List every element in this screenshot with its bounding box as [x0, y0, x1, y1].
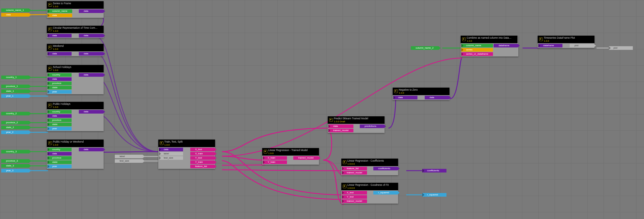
node-header[interactable]: Circular Representation of Time Compo… 1… [47, 26, 104, 33]
port-out[interactable]: state_1 [1, 89, 29, 93]
port-in-column-name[interactable]: column_name [47, 9, 72, 13]
port-out[interactable]: country_1 [1, 76, 29, 79]
port-in-state[interactable]: state [47, 86, 72, 89]
src-country-1[interactable]: country_1 [1, 76, 29, 79]
port-out-data[interactable]: data [425, 96, 449, 99]
node-school-holidays[interactable]: School Holidays 1.0.0 country data provi… [47, 65, 104, 94]
port-in[interactable]: plot [609, 46, 633, 50]
port-out-data[interactable]: data [79, 110, 103, 114]
port-out[interactable]: state_3 [1, 164, 29, 168]
port-in-trained-model[interactable]: trained_model [342, 171, 367, 175]
src-column-name-2[interactable]: column_name_2 [411, 46, 439, 50]
src-data[interactable]: data [1, 13, 29, 17]
src-country-3[interactable]: country_3 [1, 150, 29, 153]
node-combine[interactable]: Combine as named column into DataFra… 1.… [461, 36, 518, 56]
port-out-data[interactable]: data [79, 73, 103, 77]
node-header[interactable]: Public Holidays 1.0.0 [47, 102, 104, 109]
node-weekend[interactable]: Weekend 1.0.0 data data [47, 44, 104, 56]
port-in-y-train[interactable]: Y_train [263, 160, 287, 164]
node-ts-plot[interactable]: Timeseries DataFrame Plot 1.0.0 datafram… [538, 36, 594, 48]
port-in-label[interactable]: label [159, 152, 183, 156]
port-in-country[interactable]: country [47, 110, 72, 114]
src-year-1[interactable]: year_1 [1, 94, 29, 98]
node-series-to-frame[interactable]: Series to Frame 1.0.0 column_name data d… [47, 1, 104, 18]
node-header[interactable]: Train, Test, Split 1.0.0 [158, 140, 215, 147]
node-predict[interactable]: Predict Sklearn Trained Model 1.0.0 Draf… [328, 116, 385, 133]
port-out-data[interactable]: data [79, 52, 103, 56]
node-header[interactable]: Linear Regression - Goodness of Fit 1.0.… [341, 183, 398, 190]
node-header[interactable]: Linear Regression - Coefficients 1.0.0.0 [341, 159, 398, 166]
port-in-country[interactable]: country [47, 148, 72, 151]
node-public-holidays[interactable]: Public Holidays 1.0.0 country data provi… [47, 102, 104, 131]
port-in[interactable]: coefficients [422, 169, 446, 172]
port-out[interactable]: test_size [115, 159, 143, 163]
port-in-data[interactable]: data [47, 34, 72, 37]
sink-plot[interactable]: plot [609, 46, 633, 50]
port-out-feature-list[interactable]: feature_list [190, 165, 214, 168]
port-out-x-train[interactable]: X_train [190, 152, 214, 156]
port-out[interactable]: country_2 [1, 112, 29, 115]
src-province-3[interactable]: province_3 [1, 159, 29, 163]
port-out[interactable]: column_name_2 [411, 46, 439, 50]
port-in-data[interactable]: data [47, 114, 72, 118]
node-header[interactable]: School Holidays 1.0.0 [47, 65, 104, 72]
sink-coefficients[interactable]: coefficients [422, 169, 446, 172]
port-in-column-name[interactable]: column_name [461, 44, 493, 47]
port-in-data[interactable]: data [393, 96, 417, 99]
port-out-coefficients[interactable]: coefficients [373, 167, 398, 170]
node-neg-zero[interactable]: Negative to Zero 1.0.0 data data [393, 88, 449, 100]
src-state-3[interactable]: state_3 [1, 164, 29, 168]
port-in-x-test[interactable]: X_test [342, 191, 367, 195]
node-header[interactable]: Public Holiday or Weekend 1.0.0 [47, 140, 104, 147]
port-in-test-size[interactable]: test_size [159, 156, 183, 160]
port-in-province[interactable]: province [47, 156, 72, 160]
port-in-data[interactable]: data [328, 124, 353, 128]
port-in-trained-model[interactable]: trained_model [342, 199, 367, 203]
port-in-y-test[interactable]: Y_test [342, 195, 367, 199]
port-out[interactable]: province_3 [1, 159, 29, 163]
port-in-province[interactable]: province [47, 82, 72, 85]
port-out-trained-model[interactable]: trained_model [293, 156, 318, 160]
port-in-data[interactable]: data [47, 14, 72, 17]
port-in-data[interactable]: data [159, 148, 183, 151]
port-out[interactable]: column_name_1 [1, 8, 29, 12]
port-out-dataframe[interactable]: dataframe [494, 44, 518, 47]
port-in-country[interactable]: country [47, 73, 72, 77]
node-header[interactable]: Negative to Zero 1.0.0 [393, 88, 449, 95]
node-lr-trained[interactable]: Linear Regression - Trained Model 1.0.0 … [262, 148, 319, 165]
port-in-state[interactable]: state [47, 160, 72, 164]
node-lr-coef[interactable]: Linear Regression - Coefficients 1.0.0.0… [341, 159, 398, 175]
port-out-data[interactable]: data [79, 34, 103, 37]
port-out-y-test[interactable]: Y_test [190, 156, 214, 160]
port-out[interactable]: label [115, 155, 143, 158]
port-in-province[interactable]: province [47, 118, 72, 122]
src-province-2[interactable]: province_2 [1, 121, 29, 124]
port-in-x-train[interactable]: X_train [263, 156, 287, 160]
port-in-state[interactable]: state [47, 123, 72, 126]
port-in-series-or-df[interactable]: series_or_dataframe [461, 52, 493, 56]
port-in-data[interactable]: data [47, 152, 72, 156]
port-out[interactable]: province_2 [1, 121, 29, 124]
port-out-y-train[interactable]: Y_train [190, 160, 214, 164]
src-label[interactable]: label [115, 155, 143, 158]
node-lr-fit[interactable]: Linear Regression - Goodness of Fit 1.0.… [341, 183, 398, 204]
node-header[interactable]: Weekend 1.0.0 [47, 44, 104, 51]
node-header[interactable]: Timeseries DataFrame Plot 1.0.0 [538, 36, 594, 43]
src-state-2[interactable]: state_2 [1, 126, 29, 129]
port-out[interactable]: year_3 [1, 169, 29, 172]
src-test-size[interactable]: test_size [115, 159, 143, 163]
port-in-data[interactable]: data [47, 52, 72, 56]
port-in-trained-model[interactable]: trained_model [328, 129, 353, 132]
node-header[interactable]: Combine as named column into DataFra… 1.… [461, 36, 517, 43]
port-out[interactable]: year_2 [1, 130, 29, 134]
port-out-x-test[interactable]: X_test [190, 148, 214, 151]
port-in-series[interactable]: series [461, 48, 493, 52]
port-in-year[interactable]: year [47, 90, 72, 94]
node-header[interactable]: Linear Regression - Trained Model 1.0.0 [262, 148, 319, 156]
src-year-2[interactable]: year_2 [1, 130, 29, 134]
port-out[interactable]: data [1, 13, 29, 17]
src-province-1[interactable]: province_1 [1, 85, 29, 88]
port-in-data[interactable]: data [47, 77, 72, 81]
src-state-1[interactable]: state_1 [1, 89, 29, 93]
node-public-or-weekend[interactable]: Public Holiday or Weekend 1.0.0 country … [47, 140, 104, 169]
